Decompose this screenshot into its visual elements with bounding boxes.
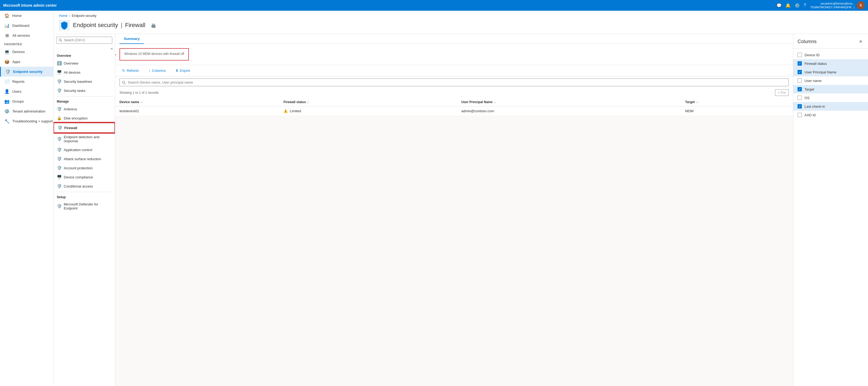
print-icon[interactable]: 🖨️ (151, 23, 156, 28)
sub-nav-search-container (54, 34, 115, 46)
sidebar-label-troubleshooting: Troubleshooting + support (12, 119, 53, 123)
columns-item-firewall-status[interactable]: ✓ Firewall status (793, 59, 868, 68)
sidebar-item-tenant-admin[interactable]: ⚙️ Tenant administration (0, 106, 53, 116)
columns-item-last-checkin[interactable]: ✓ Last check-in (793, 102, 868, 110)
checkbox-aad-id[interactable] (798, 113, 802, 117)
columns-label-last-checkin: Last check-in (805, 104, 825, 108)
sub-nav-item-security-baselines[interactable]: 🛡️ Security baselines (54, 77, 115, 86)
sidebar-item-dashboard[interactable]: 📊 Dashboard (0, 21, 53, 31)
sub-nav-item-firewall[interactable]: 🛡️ Firewall (54, 123, 115, 133)
groups-icon: 👥 (4, 99, 10, 104)
sub-nav-item-security-tasks[interactable]: 🛡️ Security tasks (54, 86, 115, 95)
arrow-indicator: → (115, 52, 117, 58)
sub-nav-label-firewall: Firewall (64, 126, 77, 130)
columns-button[interactable]: ⫶ Columns (146, 67, 168, 74)
sub-nav-item-attack-surface[interactable]: 🛡️ Attack surface reduction (54, 154, 115, 163)
col-firewall-status[interactable]: Firewall status ↑↓ (279, 98, 457, 106)
columns-item-user-name[interactable]: User name (793, 76, 868, 85)
data-table: Device name ↑↓ Firewall status ↑↓ User P… (115, 98, 793, 116)
sidebar-label-home: Home (12, 14, 22, 18)
sub-nav-label-ms-defender: Microsoft Defender for Endpoint (64, 202, 112, 210)
checkbox-upn[interactable]: ✓ (798, 70, 802, 74)
topbar-user[interactable]: secadmin@farhanqfirew... TENANTMONKEY (F… (810, 1, 865, 9)
sidebar-item-all-services[interactable]: ⊞ All services (0, 31, 53, 40)
col-device-name[interactable]: Device name ↑↓ (115, 98, 279, 106)
columns-item-target[interactable]: ✓ Target (793, 85, 868, 94)
sub-nav-item-ms-defender[interactable]: 🛡️ Microsoft Defender for Endpoint (54, 200, 115, 213)
checkbox-device-id[interactable] (798, 53, 802, 57)
sub-nav-item-app-control[interactable]: 🛡️ Application control (54, 145, 115, 154)
sub-nav-collapse-icon[interactable]: « (111, 46, 113, 51)
pagination-prev[interactable]: < Pre (775, 90, 789, 96)
columns-item-device-id[interactable]: Device ID (793, 51, 868, 59)
page-title: Endpoint security | Firewall (73, 22, 146, 29)
sub-nav-item-disk-encryption[interactable]: 🔒 Disk encryption (54, 114, 115, 123)
sort-icon-target[interactable]: ↑↓ (696, 101, 699, 104)
checkbox-target[interactable]: ✓ (798, 87, 802, 91)
checkbox-user-name[interactable] (798, 78, 802, 83)
columns-panel-close-button[interactable]: × (858, 38, 864, 45)
sidebar-label-tenant-admin: Tenant administration (12, 109, 45, 113)
columns-label-user-name: User name (805, 79, 822, 83)
checkbox-firewall-status[interactable]: ✓ (798, 61, 802, 66)
tab-summary[interactable]: Summary (120, 34, 144, 44)
sort-icon-device-name[interactable]: ↑↓ (140, 101, 143, 104)
sidebar-item-reports[interactable]: 📄 Reports (0, 76, 53, 87)
summary-tabs: Summary (115, 34, 793, 44)
export-button[interactable]: ⬇ Export (173, 67, 193, 74)
columns-item-aad-id[interactable]: AAD Id (793, 110, 868, 119)
checkbox-last-checkin[interactable]: ✓ (798, 104, 802, 108)
sub-nav-search-input[interactable] (56, 37, 112, 44)
devices-icon: 💻 (4, 49, 10, 54)
firewall-card-win10[interactable]: Windows 10 MDM devices with firewall off… (120, 48, 189, 61)
feedback-icon[interactable]: 💬 (776, 3, 782, 8)
sub-nav-item-endpoint-detection[interactable]: 🛡️ Endpoint detection and response (54, 133, 115, 145)
checkbox-os[interactable] (798, 96, 802, 100)
refresh-button[interactable]: ↻ Refresh (120, 67, 142, 74)
sub-nav-item-overview[interactable]: ℹ️ Overview (54, 59, 115, 68)
search-input[interactable] (120, 78, 789, 86)
sidebar-item-devices[interactable]: 💻 Devices (0, 47, 53, 57)
sidebar-item-troubleshooting[interactable]: 🔧 Troubleshooting + support (0, 116, 53, 126)
columns-item-upn[interactable]: ✓ User Principal Name (793, 68, 868, 76)
overview-icon: ℹ️ (57, 61, 62, 66)
sub-nav-item-conditional-access[interactable]: 🛡️ Conditional access (54, 182, 115, 191)
sub-nav-item-all-devices[interactable]: 🖥️ All devices (54, 68, 115, 77)
dashboard-icon: 📊 (4, 23, 10, 28)
sub-nav-setup-section: Setup (54, 193, 115, 200)
col-upn[interactable]: User Principal Name ↑↓ (457, 98, 681, 106)
topbar-avatar[interactable]: S (857, 1, 865, 9)
col-target[interactable]: Target ↑↓ (681, 98, 793, 106)
breadcrumb-home[interactable]: Home (59, 14, 67, 18)
table-row[interactable]: testdevice01 ⚠️ Limited admin@contoso.co… (115, 106, 793, 116)
sidebar-item-groups[interactable]: 👥 Groups (0, 96, 53, 106)
sub-nav-item-antivirus[interactable]: 🛡️ Antivirus (54, 104, 115, 114)
endpoint-detection-icon: 🛡️ (57, 137, 62, 141)
security-baselines-icon: 🛡️ (57, 79, 62, 84)
sub-nav-item-device-compliance[interactable]: 🖥️ Device compliance (54, 172, 115, 182)
sort-icon-firewall-status[interactable]: ↑↓ (307, 101, 309, 104)
home-icon: 🏠 (4, 13, 10, 18)
sub-nav: « Overview ℹ️ Overview 🖥️ All devices 🛡️… (54, 34, 115, 386)
sidebar-label-all-services: All services (12, 33, 30, 37)
sidebar-item-users[interactable]: 👤 Users (0, 87, 53, 96)
sub-nav-label-security-baselines: Security baselines (64, 79, 92, 84)
sub-nav-label-attack-surface: Attack surface reduction (64, 157, 101, 161)
table-wrapper: Device name ↑↓ Firewall status ↑↓ User P… (115, 98, 793, 386)
sub-nav-item-account-protection[interactable]: 🛡️ Account protection (54, 163, 115, 172)
topbar-username: secadmin@farhanqfirew... (810, 2, 855, 5)
sidebar-item-home[interactable]: 🏠 Home (0, 11, 53, 21)
columns-item-os[interactable]: OS (793, 94, 868, 102)
columns-label-device-id: Device ID (805, 53, 819, 57)
sort-icon-upn[interactable]: ↑↓ (494, 101, 496, 104)
users-icon: 👤 (4, 89, 10, 94)
notification-icon[interactable]: 🔔 (785, 3, 791, 8)
columns-panel-header: Columns × (793, 34, 868, 49)
sidebar-item-endpoint-security[interactable]: 🛡️ Endpoint security (0, 67, 53, 76)
toolbar: ↻ Refresh ⫶ Columns ⬇ Export (115, 65, 793, 76)
sidebar-item-apps[interactable]: 📦 Apps (0, 57, 53, 67)
help-icon[interactable]: ? (804, 3, 806, 8)
columns-panel-title: Columns (798, 39, 816, 44)
antivirus-icon: 🛡️ (57, 107, 62, 111)
settings-icon[interactable]: ⚙️ (795, 3, 800, 8)
